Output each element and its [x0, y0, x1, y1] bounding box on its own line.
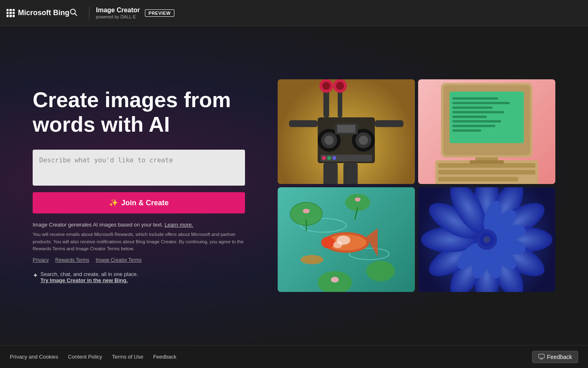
svg-rect-35 [452, 120, 501, 123]
image-computer [418, 79, 555, 184]
header-divider [89, 7, 89, 20]
svg-rect-32 [452, 106, 492, 109]
header: Microsoft Bing Image Creator powered by … [0, 0, 588, 26]
image-creator-branding: Image Creator powered by DALL·E [96, 7, 140, 19]
svg-rect-30 [452, 97, 498, 100]
svg-rect-18 [323, 163, 338, 184]
privacy-link[interactable]: Privacy [33, 257, 49, 263]
svg-point-17 [322, 82, 330, 90]
feedback-icon [538, 354, 545, 360]
svg-point-59 [333, 241, 342, 248]
svg-rect-19 [343, 163, 358, 184]
svg-point-54 [331, 277, 339, 283]
svg-rect-20 [289, 120, 318, 127]
bing-promo: ✦ Search, chat, and create, all in one p… [33, 271, 245, 283]
join-create-button[interactable]: ✨ Join & Create [33, 192, 245, 213]
bing-promo-icon: ✦ [33, 272, 38, 279]
svg-rect-40 [438, 170, 535, 175]
svg-rect-25 [332, 156, 336, 159]
try-new-bing-link[interactable]: Try Image Creator in the new Bing. [40, 277, 128, 283]
terms-links: Privacy Rewards Terms Image Creator Term… [33, 257, 245, 263]
svg-point-9 [359, 136, 368, 145]
svg-rect-43 [470, 160, 504, 164]
svg-point-53 [355, 197, 361, 202]
svg-rect-23 [322, 156, 325, 159]
image-creator-terms-link[interactable]: Image Creator Terms [96, 257, 141, 263]
learn-more-link[interactable]: Learn more. [165, 222, 193, 228]
svg-line-1 [75, 13, 77, 16]
svg-point-60 [301, 255, 323, 264]
svg-rect-24 [327, 156, 331, 159]
preview-badge: PREVIEW [145, 9, 174, 17]
left-section: Create images from words with AI ✨ Join … [33, 88, 261, 283]
svg-point-86 [483, 236, 490, 243]
main-content: Create images from words with AI ✨ Join … [0, 26, 588, 345]
footer-terms-link[interactable]: Terms of Use [112, 354, 143, 360]
image-creator-subtitle: powered by DALL·E [96, 14, 140, 19]
logo-area: Microsoft Bing [7, 9, 69, 17]
svg-point-50 [366, 261, 395, 281]
footer: Privacy and Cookies Content Policy Terms… [0, 345, 588, 368]
prompt-input[interactable] [33, 150, 245, 186]
svg-rect-36 [452, 125, 495, 127]
svg-rect-11 [337, 125, 356, 133]
footer-content-policy-link[interactable]: Content Policy [68, 354, 102, 360]
info-text: Image Creator generates AI images based … [33, 222, 245, 228]
svg-point-0 [71, 9, 76, 14]
image-robot [278, 79, 415, 184]
image-flower [418, 187, 555, 292]
svg-rect-34 [452, 116, 487, 118]
sparkle-icon: ✨ [109, 198, 118, 207]
svg-point-52 [303, 209, 310, 213]
svg-rect-41 [438, 177, 518, 182]
bing-grid-icon [7, 9, 15, 17]
footer-privacy-link[interactable]: Privacy and Cookies [10, 354, 58, 360]
footer-links: Privacy and Cookies Content Policy Terms… [10, 354, 176, 360]
svg-rect-87 [539, 354, 544, 358]
svg-point-57 [321, 237, 335, 248]
svg-rect-39 [438, 163, 535, 168]
feedback-button[interactable]: Feedback [532, 351, 578, 363]
svg-point-14 [336, 82, 344, 90]
image-creator-title: Image Creator [96, 7, 140, 14]
svg-rect-37 [452, 129, 481, 132]
image-grid [278, 79, 555, 292]
image-koi-pond [278, 187, 415, 292]
main-headline: Create images from words with AI [33, 88, 245, 137]
disclaimer-text: You will receive emails about Microsoft … [33, 231, 245, 252]
search-icon[interactable] [69, 8, 78, 18]
svg-point-6 [325, 136, 334, 145]
svg-rect-12 [338, 89, 342, 117]
footer-feedback-link[interactable]: Feedback [153, 354, 176, 360]
svg-rect-31 [452, 102, 510, 104]
rewards-terms-link[interactable]: Rewards Terms [55, 257, 89, 263]
svg-rect-15 [323, 89, 329, 117]
svg-rect-21 [375, 120, 403, 127]
svg-rect-33 [452, 111, 504, 114]
bing-logo-text: Microsoft Bing [18, 9, 69, 17]
